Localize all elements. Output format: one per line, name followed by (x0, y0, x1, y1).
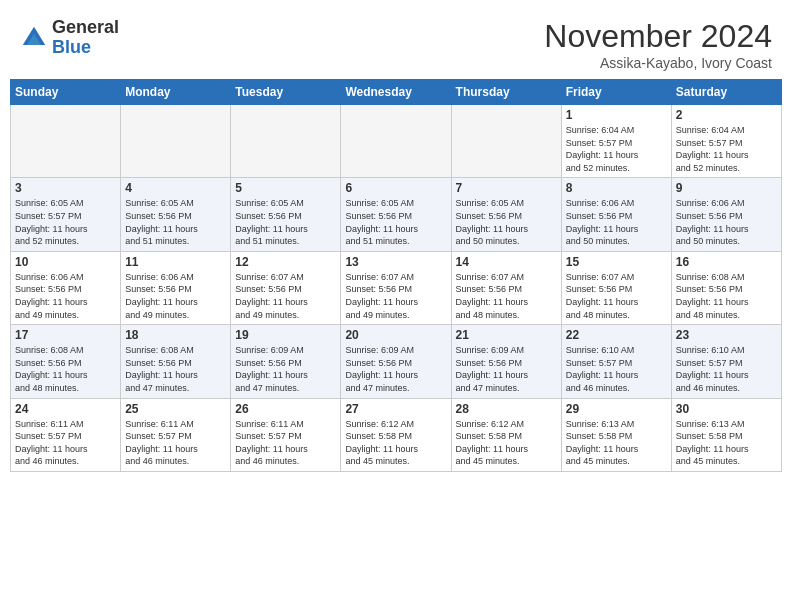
calendar-cell: 10Sunrise: 6:06 AM Sunset: 5:56 PM Dayli… (11, 251, 121, 324)
day-number: 11 (125, 255, 226, 269)
day-number: 13 (345, 255, 446, 269)
calendar-header: SundayMondayTuesdayWednesdayThursdayFrid… (11, 80, 782, 105)
day-number: 5 (235, 181, 336, 195)
day-number: 10 (15, 255, 116, 269)
calendar-cell: 20Sunrise: 6:09 AM Sunset: 5:56 PM Dayli… (341, 325, 451, 398)
day-info: Sunrise: 6:06 AM Sunset: 5:56 PM Dayligh… (566, 197, 667, 247)
weekday-header: Saturday (671, 80, 781, 105)
calendar-cell: 24Sunrise: 6:11 AM Sunset: 5:57 PM Dayli… (11, 398, 121, 471)
calendar-cell: 21Sunrise: 6:09 AM Sunset: 5:56 PM Dayli… (451, 325, 561, 398)
calendar-cell: 29Sunrise: 6:13 AM Sunset: 5:58 PM Dayli… (561, 398, 671, 471)
day-info: Sunrise: 6:07 AM Sunset: 5:56 PM Dayligh… (456, 271, 557, 321)
day-number: 14 (456, 255, 557, 269)
day-info: Sunrise: 6:09 AM Sunset: 5:56 PM Dayligh… (235, 344, 336, 394)
weekday-header: Friday (561, 80, 671, 105)
location-title: Assika-Kayabo, Ivory Coast (544, 55, 772, 71)
day-number: 28 (456, 402, 557, 416)
day-info: Sunrise: 6:05 AM Sunset: 5:57 PM Dayligh… (15, 197, 116, 247)
calendar-cell: 5Sunrise: 6:05 AM Sunset: 5:56 PM Daylig… (231, 178, 341, 251)
calendar-cell (11, 105, 121, 178)
page-header: General Blue November 2024 Assika-Kayabo… (10, 10, 782, 75)
calendar-cell: 16Sunrise: 6:08 AM Sunset: 5:56 PM Dayli… (671, 251, 781, 324)
day-info: Sunrise: 6:11 AM Sunset: 5:57 PM Dayligh… (125, 418, 226, 468)
day-info: Sunrise: 6:13 AM Sunset: 5:58 PM Dayligh… (566, 418, 667, 468)
day-number: 1 (566, 108, 667, 122)
day-number: 18 (125, 328, 226, 342)
day-info: Sunrise: 6:08 AM Sunset: 5:56 PM Dayligh… (125, 344, 226, 394)
calendar-cell: 18Sunrise: 6:08 AM Sunset: 5:56 PM Dayli… (121, 325, 231, 398)
day-info: Sunrise: 6:07 AM Sunset: 5:56 PM Dayligh… (566, 271, 667, 321)
day-info: Sunrise: 6:11 AM Sunset: 5:57 PM Dayligh… (15, 418, 116, 468)
calendar-cell: 23Sunrise: 6:10 AM Sunset: 5:57 PM Dayli… (671, 325, 781, 398)
day-info: Sunrise: 6:04 AM Sunset: 5:57 PM Dayligh… (566, 124, 667, 174)
calendar-cell (231, 105, 341, 178)
calendar-cell: 6Sunrise: 6:05 AM Sunset: 5:56 PM Daylig… (341, 178, 451, 251)
calendar-cell: 9Sunrise: 6:06 AM Sunset: 5:56 PM Daylig… (671, 178, 781, 251)
calendar-cell: 15Sunrise: 6:07 AM Sunset: 5:56 PM Dayli… (561, 251, 671, 324)
day-number: 23 (676, 328, 777, 342)
day-info: Sunrise: 6:05 AM Sunset: 5:56 PM Dayligh… (345, 197, 446, 247)
day-number: 19 (235, 328, 336, 342)
day-info: Sunrise: 6:04 AM Sunset: 5:57 PM Dayligh… (676, 124, 777, 174)
day-number: 29 (566, 402, 667, 416)
calendar-cell: 12Sunrise: 6:07 AM Sunset: 5:56 PM Dayli… (231, 251, 341, 324)
calendar-cell: 13Sunrise: 6:07 AM Sunset: 5:56 PM Dayli… (341, 251, 451, 324)
day-number: 16 (676, 255, 777, 269)
day-info: Sunrise: 6:10 AM Sunset: 5:57 PM Dayligh… (566, 344, 667, 394)
day-number: 27 (345, 402, 446, 416)
day-info: Sunrise: 6:12 AM Sunset: 5:58 PM Dayligh… (456, 418, 557, 468)
calendar-cell: 30Sunrise: 6:13 AM Sunset: 5:58 PM Dayli… (671, 398, 781, 471)
day-number: 4 (125, 181, 226, 195)
calendar-cell: 28Sunrise: 6:12 AM Sunset: 5:58 PM Dayli… (451, 398, 561, 471)
day-info: Sunrise: 6:05 AM Sunset: 5:56 PM Dayligh… (125, 197, 226, 247)
day-number: 22 (566, 328, 667, 342)
day-info: Sunrise: 6:05 AM Sunset: 5:56 PM Dayligh… (456, 197, 557, 247)
title-block: November 2024 Assika-Kayabo, Ivory Coast (544, 18, 772, 71)
day-info: Sunrise: 6:07 AM Sunset: 5:56 PM Dayligh… (235, 271, 336, 321)
day-info: Sunrise: 6:09 AM Sunset: 5:56 PM Dayligh… (345, 344, 446, 394)
day-number: 6 (345, 181, 446, 195)
calendar-cell: 4Sunrise: 6:05 AM Sunset: 5:56 PM Daylig… (121, 178, 231, 251)
day-number: 21 (456, 328, 557, 342)
day-number: 24 (15, 402, 116, 416)
day-info: Sunrise: 6:08 AM Sunset: 5:56 PM Dayligh… (676, 271, 777, 321)
calendar-cell: 1Sunrise: 6:04 AM Sunset: 5:57 PM Daylig… (561, 105, 671, 178)
calendar-cell: 26Sunrise: 6:11 AM Sunset: 5:57 PM Dayli… (231, 398, 341, 471)
calendar-cell: 7Sunrise: 6:05 AM Sunset: 5:56 PM Daylig… (451, 178, 561, 251)
logo: General Blue (20, 18, 119, 58)
day-number: 2 (676, 108, 777, 122)
weekday-header: Monday (121, 80, 231, 105)
calendar-cell: 17Sunrise: 6:08 AM Sunset: 5:56 PM Dayli… (11, 325, 121, 398)
day-info: Sunrise: 6:06 AM Sunset: 5:56 PM Dayligh… (125, 271, 226, 321)
day-number: 26 (235, 402, 336, 416)
calendar-cell: 19Sunrise: 6:09 AM Sunset: 5:56 PM Dayli… (231, 325, 341, 398)
day-number: 12 (235, 255, 336, 269)
calendar-cell: 3Sunrise: 6:05 AM Sunset: 5:57 PM Daylig… (11, 178, 121, 251)
day-info: Sunrise: 6:07 AM Sunset: 5:56 PM Dayligh… (345, 271, 446, 321)
day-number: 9 (676, 181, 777, 195)
calendar-cell (341, 105, 451, 178)
calendar-cell (451, 105, 561, 178)
day-info: Sunrise: 6:05 AM Sunset: 5:56 PM Dayligh… (235, 197, 336, 247)
weekday-header: Tuesday (231, 80, 341, 105)
day-info: Sunrise: 6:13 AM Sunset: 5:58 PM Dayligh… (676, 418, 777, 468)
day-info: Sunrise: 6:06 AM Sunset: 5:56 PM Dayligh… (676, 197, 777, 247)
logo-icon (20, 24, 48, 52)
month-title: November 2024 (544, 18, 772, 55)
weekday-header: Wednesday (341, 80, 451, 105)
day-info: Sunrise: 6:11 AM Sunset: 5:57 PM Dayligh… (235, 418, 336, 468)
calendar-cell: 8Sunrise: 6:06 AM Sunset: 5:56 PM Daylig… (561, 178, 671, 251)
day-info: Sunrise: 6:09 AM Sunset: 5:56 PM Dayligh… (456, 344, 557, 394)
calendar-cell: 27Sunrise: 6:12 AM Sunset: 5:58 PM Dayli… (341, 398, 451, 471)
day-number: 30 (676, 402, 777, 416)
calendar-cell: 14Sunrise: 6:07 AM Sunset: 5:56 PM Dayli… (451, 251, 561, 324)
calendar-cell: 22Sunrise: 6:10 AM Sunset: 5:57 PM Dayli… (561, 325, 671, 398)
calendar-cell: 11Sunrise: 6:06 AM Sunset: 5:56 PM Dayli… (121, 251, 231, 324)
weekday-header: Thursday (451, 80, 561, 105)
day-number: 7 (456, 181, 557, 195)
day-info: Sunrise: 6:10 AM Sunset: 5:57 PM Dayligh… (676, 344, 777, 394)
day-number: 20 (345, 328, 446, 342)
day-number: 15 (566, 255, 667, 269)
day-info: Sunrise: 6:12 AM Sunset: 5:58 PM Dayligh… (345, 418, 446, 468)
calendar: SundayMondayTuesdayWednesdayThursdayFrid… (10, 79, 782, 472)
